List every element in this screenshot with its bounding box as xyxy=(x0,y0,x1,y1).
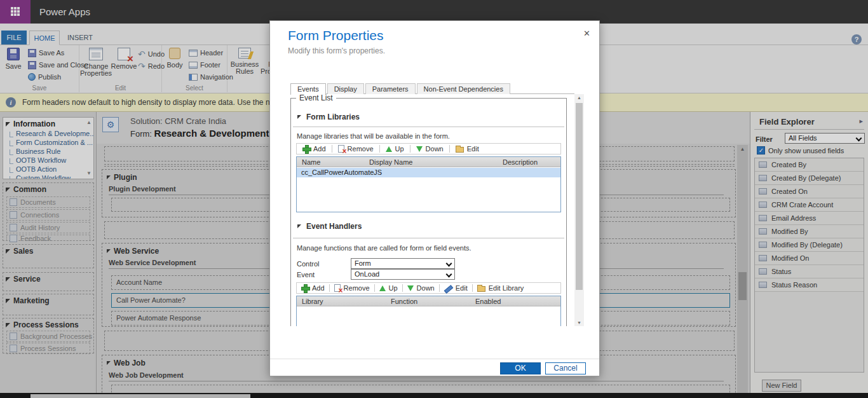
field-row[interactable]: CRM Crate Account xyxy=(755,198,864,212)
close-icon[interactable]: ✕ xyxy=(583,29,590,38)
add-button[interactable]: Add xyxy=(297,144,332,154)
nav-item-audit-history[interactable]: Audit History xyxy=(6,222,90,233)
tree-item[interactable]: Form Customization & ... xyxy=(10,139,93,146)
scroll-down-icon[interactable]: ▼ xyxy=(574,320,584,325)
form-libraries-header[interactable]: Form Libraries xyxy=(297,113,360,121)
filter-dropdown[interactable]: All Fields xyxy=(785,133,865,144)
tab-display[interactable]: Display xyxy=(327,83,364,94)
down-button[interactable]: Down xyxy=(403,283,439,293)
tab-non-event-dependencies[interactable]: Non-Event Dependencies xyxy=(417,83,510,94)
nav-item-background-processes[interactable]: Background Processes xyxy=(6,331,90,342)
divider xyxy=(754,129,864,130)
down-button[interactable]: Down xyxy=(410,144,449,154)
field-row[interactable]: Modified By xyxy=(755,225,864,238)
dialog-title: Form Properties xyxy=(288,28,384,43)
nav-group-header[interactable]: Sales xyxy=(3,245,93,256)
nav-group-header[interactable]: Service xyxy=(3,273,93,284)
tree-item[interactable]: OOTB Workflow xyxy=(10,156,66,164)
tab-parameters[interactable]: Parameters xyxy=(365,83,416,94)
scroll-up-icon[interactable]: ▲ xyxy=(574,95,584,100)
column-name: Name xyxy=(302,158,320,166)
form-properties-dialog: Form Properties Modify this form's prope… xyxy=(269,20,600,376)
nav-group-header[interactable]: Marketing xyxy=(3,294,93,305)
library-row-selected[interactable]: cc_CallPowerAutomateJS xyxy=(297,168,560,177)
nav-item-connections[interactable]: Connections xyxy=(6,209,90,221)
field-icon xyxy=(759,188,767,195)
tree-item[interactable]: Research & Developme... xyxy=(10,130,94,137)
field-row[interactable]: Modified On xyxy=(755,252,864,265)
business-rules-button[interactable]: Business Rules xyxy=(230,46,259,75)
form-name-line: Form: Research & Development xyxy=(130,128,269,139)
footer-divider xyxy=(270,359,599,359)
nav-group-header[interactable]: Process Sessions xyxy=(3,319,93,329)
cancel-button[interactable]: Cancel xyxy=(545,362,586,374)
field-row[interactable]: Created On xyxy=(755,185,864,198)
nav-item-feedback[interactable]: Feedback xyxy=(6,235,90,241)
tree-item[interactable]: Business Rule xyxy=(10,148,60,155)
control-dropdown[interactable]: Form xyxy=(351,258,455,269)
app-title: Power Apps xyxy=(39,0,90,24)
navigation-icon xyxy=(189,74,198,81)
section-title: Web Job xyxy=(114,359,146,367)
field-row[interactable]: Created By (Delegate) xyxy=(755,172,864,185)
tab-file[interactable]: FILE xyxy=(1,31,27,45)
undo-button[interactable]: ↶Undo xyxy=(138,49,165,59)
unused-fields-checkbox[interactable] xyxy=(757,146,765,154)
ok-button[interactable]: OK xyxy=(500,362,541,374)
new-field-button[interactable]: New Field xyxy=(762,380,801,392)
edit-button[interactable]: Edit xyxy=(450,144,485,154)
tree-item[interactable]: OOTB Action xyxy=(10,165,57,173)
field-row[interactable]: Email Address xyxy=(755,212,864,225)
body-button[interactable]: Body xyxy=(165,46,185,69)
field-row[interactable]: Created By xyxy=(755,158,864,172)
remove-button[interactable]: Remove xyxy=(332,144,379,154)
remove-button[interactable]: Remove xyxy=(330,283,374,293)
redo-button[interactable]: ↷Redo xyxy=(138,61,165,71)
field-icon xyxy=(759,268,767,275)
scroll-down-icon[interactable]: ▼ xyxy=(86,171,92,176)
panel-collapse-icon[interactable]: ▸ xyxy=(859,117,863,125)
control-label: Control xyxy=(297,260,319,268)
business-rules-icon xyxy=(238,48,251,58)
remove-button[interactable]: Remove xyxy=(112,46,135,70)
header-button[interactable]: Header xyxy=(189,48,223,58)
field-row[interactable]: Status Reason xyxy=(755,278,864,292)
tree-item[interactable]: Custom Workflow xyxy=(10,174,71,179)
add-button[interactable]: Add xyxy=(297,283,329,293)
event-list-groupbox: Event List Form Libraries Manage librari… xyxy=(290,98,567,326)
collapse-icon xyxy=(297,115,301,119)
footer-button[interactable]: Footer xyxy=(189,60,220,70)
tab-events[interactable]: Events xyxy=(290,83,326,95)
edit-library-button[interactable]: Edit Library xyxy=(473,283,529,293)
help-icon[interactable] xyxy=(851,34,862,45)
nav-group-header[interactable]: Common xyxy=(3,183,93,194)
scrollbar-thumb[interactable] xyxy=(576,103,583,290)
canvas-scrollbar[interactable]: ▲ xyxy=(737,145,748,393)
nav-item-documents[interactable]: Documents xyxy=(6,196,90,208)
tree-connector-icon xyxy=(10,176,13,179)
tree-group-information[interactable]: Information xyxy=(3,118,93,128)
field-icon xyxy=(759,215,767,221)
field-row[interactable]: Modified By (Delegate) xyxy=(755,238,864,252)
change-properties-button[interactable]: Change Properties xyxy=(81,46,111,77)
event-dropdown[interactable]: OnLoad xyxy=(351,269,455,280)
event-handlers-header[interactable]: Event Handlers xyxy=(297,222,362,231)
scroll-up-icon[interactable]: ▲ xyxy=(86,120,92,125)
save-as-button[interactable]: Save As xyxy=(28,48,64,58)
up-button[interactable]: Up xyxy=(380,144,410,154)
dialog-scrollbar[interactable]: ▲ ▼ xyxy=(574,94,584,326)
save-button[interactable]: Save xyxy=(3,46,24,70)
app-launcher-button[interactable] xyxy=(0,0,31,24)
navigation-button[interactable]: Navigation xyxy=(189,72,233,82)
scroll-up-icon[interactable]: ▲ xyxy=(737,146,748,152)
field-row[interactable]: Status xyxy=(755,265,864,278)
tab-insert[interactable]: INSERT xyxy=(64,31,97,45)
publish-button[interactable]: Publish xyxy=(28,72,61,82)
ribbon-group-edit: Change Properties Remove ↶Undo ↷Redo Edi… xyxy=(79,45,162,92)
up-button[interactable]: Up xyxy=(375,283,402,293)
scrollbar-thumb[interactable] xyxy=(738,272,747,300)
change-properties-icon xyxy=(89,48,103,60)
edit-button[interactable]: Edit xyxy=(440,283,472,293)
nav-item-process-sessions[interactable]: Process Sessions xyxy=(6,343,90,354)
tab-home[interactable]: HOME xyxy=(29,31,60,45)
